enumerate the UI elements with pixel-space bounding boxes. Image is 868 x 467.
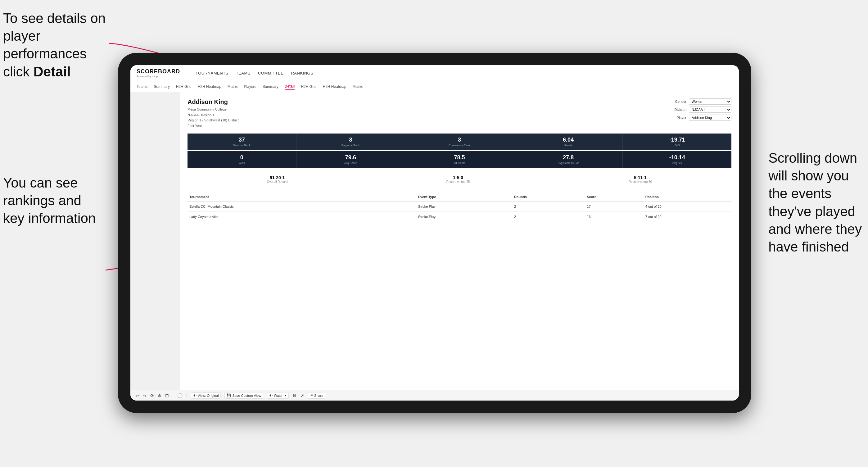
subnav-h2h-heatmap[interactable]: H2H Heatmap [198, 84, 221, 90]
annotation-line3: key information [3, 211, 96, 226]
subnav-summary[interactable]: Summary [154, 84, 169, 90]
records-section: 91-20-1 Overall Record 1-5-0 Record vs t… [187, 173, 732, 186]
player-select[interactable]: Addison King [689, 115, 732, 121]
stats-row2: 0 Wins 79.6 Avg Score 78.5 Adj Score 27.… [187, 151, 732, 168]
clock-icon[interactable]: 🕐 [177, 393, 183, 398]
score-1: 17 [585, 201, 643, 212]
stat-regional-rank: 3 Regional Rank [297, 133, 405, 150]
tournament-table: Tournament Event Type Rounds Score Posit… [187, 192, 732, 222]
table-row: Lady Coyote Invite Stroke Play 2 16 7 ou… [187, 212, 732, 222]
subnav-players[interactable]: Players [244, 84, 256, 90]
event-type-1: Stroke Play [416, 201, 512, 212]
player-name: Addison King [187, 98, 239, 105]
share-label: Share [314, 394, 323, 398]
undo-icon[interactable]: ↩ [135, 393, 139, 398]
bottom-toolbar: ↩ ↪ ⟳ ⊕ ⊡ | 🕐 | 👁 View: Original 💾 Save … [130, 390, 739, 401]
sub-nav: Teams Summary H2H Grid H2H Heatmap Matri… [130, 81, 739, 92]
col-tournament: Tournament [187, 192, 400, 201]
view-original-btn[interactable]: 👁 View: Original [191, 393, 221, 399]
player-label: Player [669, 116, 686, 120]
content-panel[interactable]: Addison King Mesa Community College NJCA… [180, 92, 739, 390]
annotation-right-line3: the events [768, 186, 831, 201]
position-2: 7 out of 20 [644, 212, 732, 222]
save-custom-btn[interactable]: 💾 Save Custom View [224, 392, 263, 399]
player-division: NJCAA Division 1 [187, 113, 214, 117]
player-school: Mesa Community College [187, 107, 227, 111]
player-region: Region 1 - Southwest (18) District [187, 118, 239, 122]
logo-title: SCOREBOARD [136, 68, 180, 75]
watch-icon: 👁 [269, 394, 273, 398]
subnav-matrix[interactable]: Matrix [227, 84, 238, 90]
gender-control: Gender Women [669, 98, 732, 105]
watch-btn[interactable]: 👁 Watch ▾ [267, 392, 289, 399]
col-empty [400, 192, 416, 201]
nav-committee[interactable]: COMMITTEE [258, 71, 284, 75]
stat-avg-score-par: 27.8 Avg Score to Par [514, 151, 623, 168]
col-rounds: Rounds [512, 192, 585, 201]
redo-icon[interactable]: ↪ [143, 393, 147, 398]
division-label: Division [669, 108, 686, 112]
annotation-line2: rankings and [3, 193, 81, 208]
share-btn[interactable]: ↗ Share [308, 392, 326, 399]
player-year: First Year [187, 124, 202, 128]
annotation-right-line4: they've played [768, 204, 855, 219]
gender-label: Gender [669, 100, 686, 103]
logo-subtitle: Powered by clippd [136, 75, 180, 78]
table-row: Estella CC- Mountain Classic Stroke Play… [187, 201, 732, 212]
subnav-summary2[interactable]: Summary [262, 84, 278, 90]
col-event-type: Event Type [416, 192, 512, 201]
position-1: 4 out of 20 [644, 201, 732, 212]
annotation-right-line1: Scrolling down [768, 150, 857, 165]
view-icon: 👁 [193, 394, 196, 398]
stat-adj-score: 78.5 Adj Score [405, 151, 514, 168]
tablet-device: SCOREBOARD Powered by clippd TOURNAMENTS… [118, 53, 751, 413]
separator-1: | [173, 394, 174, 398]
subnav-matrix2[interactable]: Matrix [353, 84, 363, 90]
player-info: Addison King Mesa Community College NJCA… [187, 98, 239, 129]
subnav-h2h-grid[interactable]: H2H Grid [176, 84, 191, 90]
stat-conference-rank: 3 Conference Rank [405, 133, 514, 150]
screen-icon[interactable]: 🖥 [292, 393, 297, 398]
crop-icon[interactable]: ⊡ [165, 393, 169, 398]
subnav-h2h-heatmap2[interactable]: H2H Heatmap [322, 84, 346, 90]
subnav-teams[interactable]: Teams [136, 84, 148, 90]
stat-sos: -19.71 SoS [623, 133, 732, 150]
zoom-in-icon[interactable]: ⊕ [158, 393, 161, 398]
tournament-extra-1 [400, 201, 416, 212]
subnav-h2h-grid2[interactable]: H2H Grid [301, 84, 316, 90]
watch-label: Watch [274, 394, 283, 398]
record-top25: 1-5-0 Record vs top 25 [446, 175, 470, 184]
expand-icon[interactable]: ⤢ [301, 393, 304, 398]
watch-chevron: ▾ [285, 394, 286, 398]
division-control: Division NJCAA I [669, 106, 732, 113]
save-icon: 💾 [227, 394, 231, 398]
annotation-bold: Detail [34, 64, 71, 79]
player-header: Addison King Mesa Community College NJCA… [187, 98, 732, 129]
annotation-top-left: To see details on player performances cl… [3, 9, 108, 81]
tablet-screen: SCOREBOARD Powered by clippd TOURNAMENTS… [130, 65, 739, 401]
event-type-2: Stroke Play [416, 212, 512, 222]
nav-tournaments[interactable]: TOURNAMENTS [195, 71, 228, 75]
player-controls: Gender Women Division NJCAA I [669, 98, 732, 121]
main-nav: TOURNAMENTS TEAMS COMMITTEE RANKINGS [195, 71, 313, 75]
division-select[interactable]: NJCAA I [689, 106, 732, 113]
nav-rankings[interactable]: RANKINGS [291, 71, 313, 75]
refresh-icon[interactable]: ⟳ [150, 393, 154, 398]
tournament-extra-2 [400, 212, 416, 222]
rounds-2: 2 [512, 212, 585, 222]
save-custom-label: Save Custom View [232, 394, 261, 398]
annotation-right: Scrolling down will show you the events … [768, 149, 862, 255]
record-top50: 5-11-1 Record vs top 50 [629, 175, 652, 184]
gender-select[interactable]: Women [689, 98, 732, 105]
subnav-detail[interactable]: Detail [285, 83, 295, 90]
annotation-bottom-left: You can see rankings and key information [3, 174, 96, 227]
separator-2: | [186, 394, 187, 398]
record-overall: 91-20-1 Overall Record [267, 175, 288, 184]
stat-avg-sg: -10.14 Avg SG [623, 151, 732, 168]
col-score: Score [585, 192, 643, 201]
stat-avg-score: 79.6 Avg Score [297, 151, 405, 168]
tournament-name-1: Estella CC- Mountain Classic [187, 201, 400, 212]
nav-teams[interactable]: TEAMS [236, 71, 251, 75]
annotation-right-line5: and where they [768, 221, 862, 237]
stat-points: 6.04 Points [514, 133, 623, 150]
